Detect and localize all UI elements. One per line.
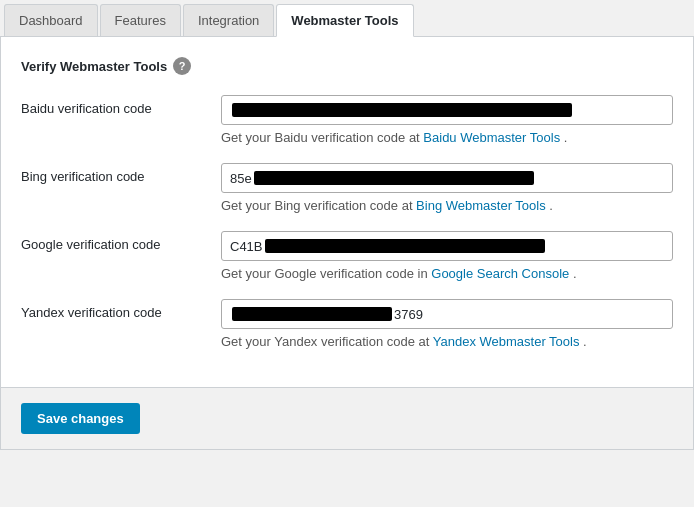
bing-input-display[interactable]: 85e [221,163,673,193]
google-help: Get your Google verification code in Goo… [221,266,673,281]
tab-dashboard[interactable]: Dashboard [4,4,98,36]
yandex-label: Yandex verification code [21,305,162,320]
yandex-help-after: . [579,334,586,349]
page-title: Verify Webmaster Tools ? [21,57,673,75]
google-field-row: Google verification code C41B Get your G… [21,231,673,281]
yandex-input-col: 3769 Get your Yandex verification code a… [221,299,673,349]
baidu-input-col: Get your Baidu verification code at Baid… [221,95,673,145]
bing-help-after: . [546,198,553,213]
google-help-after: . [569,266,576,281]
baidu-help-text: Get your Baidu verification code at [221,130,423,145]
google-redacted [265,239,545,253]
help-icon[interactable]: ? [173,57,191,75]
bing-help-text: Get your Bing verification code at [221,198,416,213]
bing-label: Bing verification code [21,169,145,184]
yandex-help: Get your Yandex verification code at Yan… [221,334,673,349]
save-button[interactable]: Save changes [21,403,140,434]
google-label: Google verification code [21,237,160,252]
bing-prefix: 85e [230,171,252,186]
content-area: Verify Webmaster Tools ? Baidu verificat… [1,37,693,387]
yandex-suffix: 3769 [394,307,423,322]
baidu-help-after: . [560,130,567,145]
tab-integration[interactable]: Integration [183,4,274,36]
bing-input-col: 85e Get your Bing verification code at B… [221,163,673,213]
google-input-display[interactable]: C41B [221,231,673,261]
footer: Save changes [1,387,693,449]
baidu-field-row: Baidu verification code Get your Baidu v… [21,95,673,145]
baidu-input-display[interactable] [221,95,673,125]
main-content: Verify Webmaster Tools ? Baidu verificat… [0,37,694,450]
bing-field-row: Bing verification code 85e Get your Bing… [21,163,673,213]
page-title-text: Verify Webmaster Tools [21,59,167,74]
yandex-input-display[interactable]: 3769 [221,299,673,329]
bing-redacted [254,171,534,185]
tab-features[interactable]: Features [100,4,181,36]
google-help-text: Get your Google verification code in [221,266,431,281]
yandex-help-link[interactable]: Yandex Webmaster Tools [433,334,580,349]
yandex-help-text: Get your Yandex verification code at [221,334,433,349]
yandex-redacted [232,307,392,321]
google-help-link[interactable]: Google Search Console [431,266,569,281]
baidu-redacted [232,103,572,117]
google-input-col: C41B Get your Google verification code i… [221,231,673,281]
yandex-field-row: Yandex verification code 3769 Get your Y… [21,299,673,349]
bing-help: Get your Bing verification code at Bing … [221,198,673,213]
bing-help-link[interactable]: Bing Webmaster Tools [416,198,546,213]
baidu-label: Baidu verification code [21,101,152,116]
tab-webmaster-tools[interactable]: Webmaster Tools [276,4,413,37]
baidu-help-link[interactable]: Baidu Webmaster Tools [423,130,560,145]
google-prefix: C41B [230,239,263,254]
baidu-help: Get your Baidu verification code at Baid… [221,130,673,145]
tab-bar: Dashboard Features Integration Webmaster… [0,0,694,37]
